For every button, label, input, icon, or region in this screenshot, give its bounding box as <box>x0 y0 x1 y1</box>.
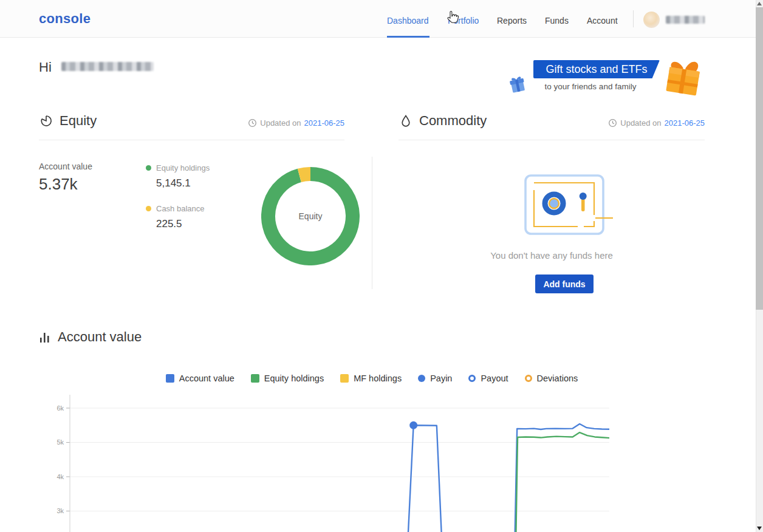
bar-chart-icon <box>39 330 51 344</box>
legend-equity-holdings[interactable]: Equity holdings <box>251 373 324 383</box>
top-nav-bar: console Dashboard Portfolio Reports Fund… <box>0 0 763 38</box>
legend-payout[interactable]: Payout <box>468 373 508 383</box>
no-funds-message: You don't have any funds here <box>399 250 705 261</box>
account-value-section-header: Account value <box>39 329 142 345</box>
legend-label: Equity holdings <box>264 373 324 383</box>
svg-text:6k: 6k <box>56 404 64 412</box>
account-value-chart-title: Account value <box>58 329 142 345</box>
legend-account-value[interactable]: Account value <box>166 373 234 383</box>
safe-vault-illustration <box>524 174 615 236</box>
nav-reports[interactable]: Reports <box>497 16 527 26</box>
account-value-amount: 5.37k <box>39 175 92 194</box>
clock-icon <box>248 118 257 128</box>
commodity-title: Commodity <box>419 113 487 129</box>
legend-mf-holdings[interactable]: MF holdings <box>340 373 402 383</box>
commodity-divider <box>399 140 705 140</box>
svg-text:3k: 3k <box>56 507 64 514</box>
scrollbar-track[interactable] <box>756 0 763 532</box>
greeting-prefix: Hi <box>39 60 52 75</box>
greeting-name-redacted <box>61 62 154 71</box>
gift-banner-subtitle: to your friends and family <box>527 82 654 91</box>
add-funds-button[interactable]: Add funds <box>535 275 594 293</box>
equity-holdings-label: Equity holdings <box>156 163 210 172</box>
legend-label: Payout <box>481 373 508 383</box>
donut-center-label: Equity <box>261 211 360 221</box>
equity-holdings-stat: Equity holdings 5,145.1 <box>146 162 210 189</box>
scroll-up-arrow-icon[interactable] <box>757 2 762 5</box>
cash-balance-value: 225.5 <box>156 218 205 230</box>
cash-balance-stat: Cash balance 225.5 <box>146 203 205 230</box>
equity-holdings-value: 5,145.1 <box>156 177 210 189</box>
blue-filled-circle-swatch-icon <box>418 375 425 382</box>
pie-chart-icon <box>39 114 53 128</box>
nav-funds[interactable]: Funds <box>545 16 569 26</box>
yellow-square-swatch-icon <box>340 374 349 383</box>
legend-label: Payin <box>430 373 452 383</box>
equity-title: Equity <box>60 113 97 129</box>
account-value-line-chart: 6k5k4k3k <box>39 389 616 532</box>
equity-divider <box>39 140 344 140</box>
small-gift-icon <box>508 74 527 95</box>
legend-label: MF holdings <box>354 373 402 383</box>
equity-updated-date-link[interactable]: 2021-06-25 <box>304 118 345 128</box>
gift-banner-title[interactable]: Gift stocks and ETFs <box>533 60 660 78</box>
scrollbar-thumb[interactable] <box>756 7 763 310</box>
user-avatar[interactable] <box>643 12 660 28</box>
console-logo[interactable]: console <box>39 11 91 27</box>
legend-payin[interactable]: Payin <box>418 373 452 383</box>
green-dot-icon <box>146 165 151 171</box>
active-tab-underline <box>387 36 429 38</box>
legend-deviations[interactable]: Deviations <box>525 373 578 383</box>
yellow-dot-icon <box>146 206 151 211</box>
blue-square-swatch-icon <box>166 374 174 383</box>
svg-text:4k: 4k <box>56 473 64 480</box>
legend-label: Account value <box>179 373 234 383</box>
nav-divider <box>633 10 634 27</box>
updated-on-label: Updated on <box>260 118 301 128</box>
greeting: Hi <box>39 60 154 75</box>
account-value-stat: Account value 5.37k <box>39 162 92 194</box>
chart-legend: Account value Equity holdings MF holding… <box>39 373 705 383</box>
nav-account[interactable]: Account <box>587 16 618 26</box>
column-divider <box>372 157 372 289</box>
commodity-updated-date-link[interactable]: 2021-06-25 <box>665 118 705 128</box>
clock-icon <box>608 118 617 128</box>
svg-text:5k: 5k <box>56 438 64 446</box>
blue-open-circle-swatch-icon <box>468 375 476 382</box>
orange-open-circle-swatch-icon <box>525 375 532 382</box>
big-gift-icon <box>660 52 707 100</box>
updated-on-label: Updated on <box>620 118 661 128</box>
green-square-swatch-icon <box>251 374 259 383</box>
equity-updated: Updated on 2021-06-25 <box>223 118 344 128</box>
equity-header: Equity <box>39 113 97 129</box>
cash-balance-label: Cash balance <box>156 204 205 213</box>
account-value-label: Account value <box>39 162 92 171</box>
user-name-redacted[interactable] <box>666 16 705 24</box>
droplet-icon <box>399 114 413 128</box>
nav-dashboard[interactable]: Dashboard <box>387 16 429 26</box>
commodity-updated: Updated on 2021-06-25 <box>583 118 705 128</box>
legend-label: Deviations <box>537 373 578 383</box>
scroll-down-arrow-icon[interactable] <box>757 527 762 530</box>
nav-portfolio[interactable]: Portfolio <box>448 16 479 26</box>
commodity-header: Commodity <box>399 113 487 129</box>
